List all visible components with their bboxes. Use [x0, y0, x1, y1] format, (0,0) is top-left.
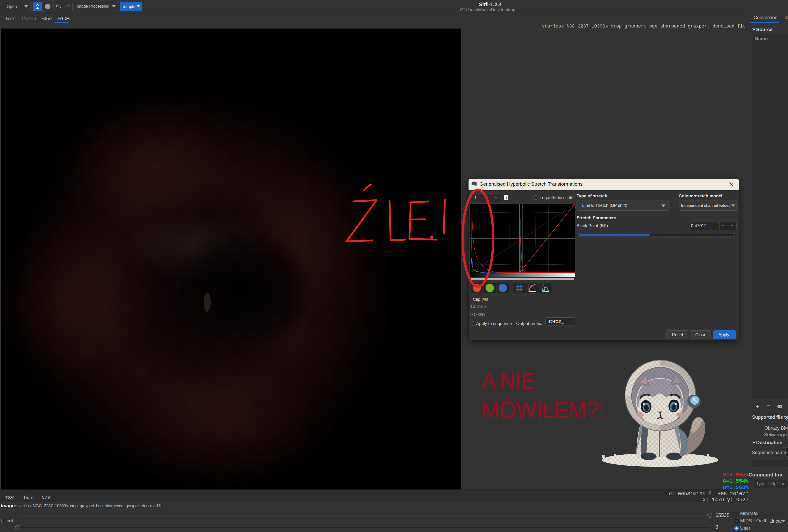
svg-text:A NIE: A NIE	[482, 368, 535, 394]
svg-text:MÓWIŁEM?!: MÓWIŁEM?!	[482, 397, 605, 423]
